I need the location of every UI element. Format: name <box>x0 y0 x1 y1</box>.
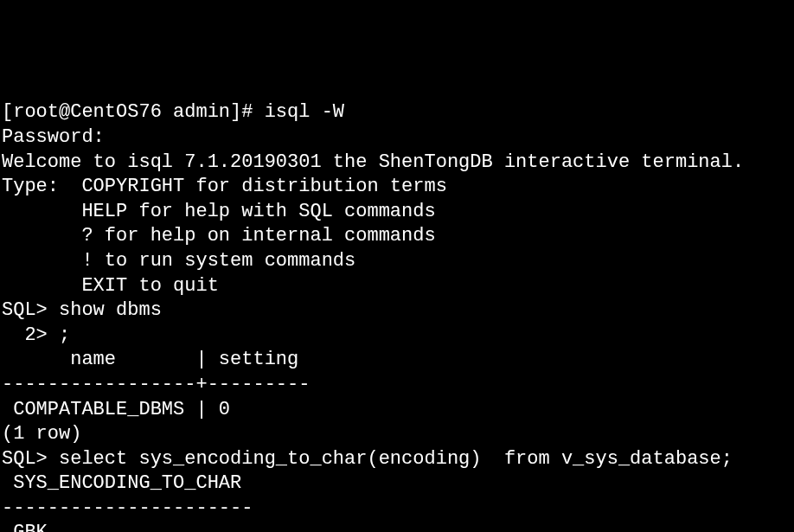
welcome-message: Welcome to isql 7.1.20190301 the ShenTon… <box>2 151 792 176</box>
result-row-gbk: GBK <box>2 521 792 532</box>
help-help: HELP for help with SQL commands <box>2 200 792 225</box>
help-copyright: Type: COPYRIGHT for distribution terms <box>2 175 792 200</box>
result-header-encoding: SYS_ENCODING_TO_CHAR <box>2 471 792 497</box>
help-exclaim: ! to run system commands <box>2 249 792 274</box>
shell-prompt-line: [root@CentOS76 admin]# isql -W <box>2 100 792 125</box>
help-question: ? for help on internal commands <box>2 224 792 249</box>
terminal-output[interactable]: [root@CentOS76 admin]# isql -WPassword:W… <box>2 100 792 532</box>
row-count: (1 row) <box>2 422 792 447</box>
password-prompt: Password: <box>2 125 792 151</box>
result-separator: -----------------+--------- <box>2 373 792 398</box>
result-header: name | setting <box>2 348 792 373</box>
help-exit: EXIT to quit <box>2 274 792 299</box>
sql-command-select-encoding: SQL> select sys_encoding_to_char(encodin… <box>2 447 792 472</box>
result-row-dbms: COMPATABLE_DBMS | 0 <box>2 398 792 423</box>
result-separator-encoding: ---------------------- <box>2 497 792 522</box>
sql-command-show-dbms: SQL> show dbms <box>2 298 792 324</box>
sql-continuation: 2> ; <box>2 324 792 349</box>
